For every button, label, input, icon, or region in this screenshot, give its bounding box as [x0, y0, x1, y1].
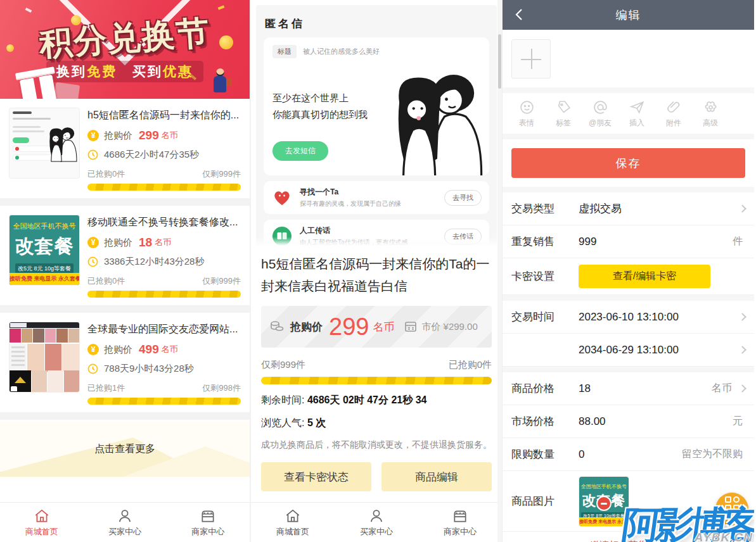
price-tag-icon	[404, 321, 417, 332]
tabbar-detail: 商城首页 买家中心 商家中心	[251, 502, 502, 542]
promo-banner[interactable]: 积分兑换节 换到免费 买到优惠	[0, 0, 250, 99]
clock-icon	[87, 149, 98, 160]
heart-icon	[271, 187, 293, 208]
repeat-sale-input[interactable]: 999	[579, 236, 733, 248]
progress-bar	[261, 377, 492, 384]
market-price: 市价 ¥299.00	[421, 321, 477, 333]
gear-icon	[703, 99, 719, 115]
tab-seller-center[interactable]: 商家中心	[418, 503, 502, 542]
scrollbar-thumb[interactable]	[498, 34, 501, 89]
preview-tag-text: 被人记住的感觉多么美好	[303, 47, 380, 56]
sold-count: 已抢购0件	[87, 168, 125, 180]
field-repeat-sale[interactable]: 重复销售 999 件	[503, 225, 754, 258]
chevron-right-icon	[738, 313, 746, 321]
views-label: 浏览人气:	[261, 417, 304, 428]
price-label: 抢购价	[104, 130, 132, 142]
gift-box-deco	[53, 82, 80, 99]
product-card[interactable]: 全国地区手机不换号 改套餐 改5元 8元 10g等套餐 接听免费 来电显示 永久…	[0, 206, 250, 305]
preview-app-title: 匿名信	[265, 16, 489, 31]
remain-count: 仅剩999件	[202, 168, 241, 180]
tag-tool[interactable]: 标签	[546, 99, 581, 129]
tab-buyer-center[interactable]: 买家中心	[83, 503, 166, 542]
view-edit-cards-button[interactable]: 查看/编辑卡密	[579, 265, 710, 288]
clock-icon	[87, 363, 98, 374]
field-trade-type[interactable]: 交易类型 虚拟交易	[503, 192, 754, 225]
preview-letter-card: 标题 被人记住的感觉多么美好 至少在这个世界上 你能真真切切的想到我 去发短信	[264, 37, 489, 175]
field-market-price[interactable]: 市场价格 88.00 元	[503, 405, 754, 438]
send-letter-button[interactable]: 去发短信	[272, 141, 328, 161]
remove-image-button[interactable]	[596, 496, 612, 511]
advanced-tool[interactable]: 高级	[693, 99, 728, 129]
coin-icon: ¥	[87, 344, 99, 355]
menu-fab-button[interactable]: 菜单	[715, 493, 748, 526]
coin-deco	[6, 44, 14, 52]
divider-band	[503, 295, 754, 301]
divider-band	[0, 412, 250, 420]
smiley-icon	[519, 99, 535, 115]
go-relay-button[interactable]: 去传话	[444, 229, 482, 244]
confetti-deco	[25, 8, 32, 13]
sold-count: 已抢购0件	[87, 275, 125, 287]
field-purchase-limit[interactable]: 限购数量 0 留空为不限购	[503, 438, 754, 471]
save-button[interactable]: 保存	[511, 148, 745, 178]
go-find-button[interactable]: 去寻找	[444, 190, 482, 206]
price-value: 18	[139, 236, 152, 249]
at-icon	[593, 99, 608, 115]
view-card-status-button[interactable]: 查看卡密状态	[261, 462, 371, 491]
tab-seller-center[interactable]: 商家中心	[167, 503, 250, 542]
detail-product-title: h5短信匿名信源码一封来信你的Ta的一封来信表白祝福道告白信	[251, 246, 502, 297]
field-trade-time-start[interactable]: 交易时间 2023-06-10 13:10:00	[503, 301, 754, 334]
product-card[interactable]: h5短信匿名信源码一封来信你的... ¥ 抢购价 299 名币 4686天2小时…	[0, 99, 250, 198]
preview-tag: 标题	[272, 45, 297, 58]
divider-band	[503, 367, 754, 372]
clock-icon	[87, 256, 98, 267]
chevron-right-icon	[738, 384, 746, 393]
mention-tool[interactable]: @朋友	[582, 99, 618, 129]
product-title: h5短信匿名信源码一封来信你的...	[87, 109, 241, 122]
field-trade-time-end[interactable]: 2034-06-29 13:10:00	[503, 334, 754, 367]
edit-product-button[interactable]: 商品编辑	[381, 462, 492, 491]
tag-icon	[556, 99, 572, 115]
coin-deco	[71, 15, 81, 25]
back-icon[interactable]	[513, 8, 527, 22]
remain-count: 仅剩999件	[202, 275, 241, 287]
tab-mall-home[interactable]: 商城首页	[0, 503, 83, 542]
views-value: 5 次	[307, 417, 326, 428]
attachment-tool[interactable]: 附件	[656, 99, 691, 129]
time-left-value: 4686天 02时 47分 21秒 34	[307, 394, 427, 405]
divider-band	[503, 87, 754, 93]
emoji-tool[interactable]: 表情	[509, 99, 544, 129]
insert-tool[interactable]: 插入	[619, 99, 655, 129]
add-image-button[interactable]	[511, 39, 551, 79]
divider-band	[503, 187, 754, 192]
remain-count: 仅剩999件	[261, 359, 305, 371]
divider-band	[0, 198, 250, 206]
tabbar-mall: 商城首页 买家中心 商家中心	[0, 502, 250, 542]
panel-edit-form: 编辑 表情 标签 @朋友 插入 附件	[503, 0, 754, 542]
price-label: 抢购价	[104, 237, 132, 249]
coins-icon	[270, 320, 284, 333]
field-product-image: 商品图片 全国地区手机不换号 改套餐 改5元 8元 10g等套餐 接听免费 来电…	[503, 471, 754, 532]
grid-menu-icon	[725, 496, 740, 511]
field-product-price[interactable]: 商品价格 18 名币	[503, 372, 754, 405]
scrollbar-track[interactable]	[497, 0, 502, 542]
load-more-button[interactable]: 点击查看更多	[0, 421, 250, 477]
product-image	[9, 322, 80, 393]
preview-list-item[interactable]: 人工传话 由人工帮您给Ta代为传话，更有仪式感 去传话	[264, 220, 489, 246]
tab-mall-home[interactable]: 商城首页	[251, 503, 335, 542]
chevron-right-icon	[738, 346, 746, 354]
tab-buyer-center[interactable]: 买家中心	[335, 503, 418, 542]
store-icon	[200, 508, 216, 524]
preview-list-item[interactable]: 寻找一个Ta 探寻有趣的灵魂，发现属于自己的缘 去寻找	[264, 181, 489, 214]
book-icon	[271, 225, 293, 246]
product-card[interactable]: 全球最专业的国际交友恋爱网站... ¥ 抢购价 499 名币 788天9小时43…	[0, 313, 250, 412]
product-image-thumbnail[interactable]: 全国地区手机不换号 改套餐 改5元 8元 10g等套餐 接听免费 来电显示 永久…	[579, 476, 629, 527]
app-root: 积分兑换节 换到免费 买到优惠	[0, 0, 756, 542]
currency-label: 名币	[373, 320, 394, 334]
product-price-input[interactable]: 18	[579, 382, 712, 395]
purchase-limit-input[interactable]: 0	[579, 448, 682, 461]
invite-friends-link[interactable]: 邀请好友获得奖励	[591, 539, 667, 542]
panel-product-detail: 匿名信 标题 被人记住的感觉多么美好 至少在这个世界上 你能真真切切的想到我 去…	[251, 0, 503, 542]
market-price-input[interactable]: 88.00	[579, 415, 733, 428]
field-card-secret: 卡密设置 查看/编辑卡密	[503, 258, 754, 295]
